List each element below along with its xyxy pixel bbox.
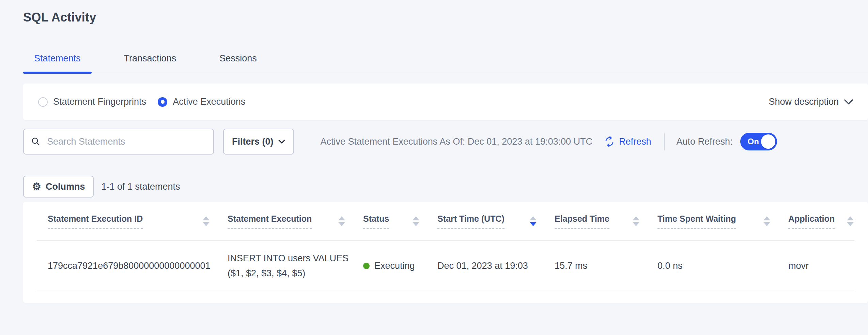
- sort-icon: [413, 216, 419, 226]
- status-label: Executing: [374, 261, 415, 271]
- auto-refresh-label: Auto Refresh:: [677, 136, 733, 147]
- sort-icon: [847, 216, 854, 226]
- status-executing-dot-icon: [363, 263, 370, 269]
- refresh-label: Refresh: [619, 136, 651, 147]
- radio-label: Active Executions: [173, 97, 245, 107]
- refresh-button[interactable]: Refresh: [604, 136, 651, 147]
- cell-elapsed-time: 15.7 ms: [555, 261, 657, 271]
- filters-button[interactable]: Filters (0): [223, 129, 294, 155]
- column-header-time-spent-waiting[interactable]: Time Spent Waiting: [657, 214, 788, 229]
- column-header-start-time[interactable]: Start Time (UTC): [437, 214, 555, 229]
- cell-status: Executing: [363, 261, 437, 271]
- radio-active-executions[interactable]: Active Executions: [158, 97, 245, 107]
- column-header-elapsed-time[interactable]: Elapsed Time: [555, 214, 657, 229]
- statements-table-card: Statement Execution ID Statement Executi…: [23, 202, 868, 303]
- auto-refresh-toggle[interactable]: On: [740, 133, 777, 150]
- filters-label: Filters (0): [232, 136, 274, 147]
- tab-sessions[interactable]: Sessions: [208, 50, 268, 73]
- sort-icon: [763, 216, 770, 226]
- chevron-down-icon: [844, 99, 853, 105]
- search-icon: [31, 136, 41, 147]
- cell-time-spent-waiting: 0.0 ns: [657, 261, 788, 271]
- view-mode-card: Statement Fingerprints Active Executions…: [23, 84, 868, 120]
- chevron-down-icon: [278, 140, 285, 144]
- column-header-status[interactable]: Status: [363, 214, 437, 229]
- sort-icon: [633, 216, 639, 226]
- toolbar-divider: [664, 133, 665, 150]
- as-of-text: Active Statement Executions As Of: Dec 0…: [321, 136, 592, 147]
- sort-icon: [338, 216, 345, 226]
- tab-bar: Statements Transactions Sessions: [23, 50, 868, 73]
- toggle-state-label: On: [748, 137, 759, 146]
- toggle-knob: [761, 134, 775, 149]
- page-title: SQL Activity: [23, 10, 96, 25]
- tab-transactions[interactable]: Transactions: [113, 50, 187, 73]
- sql-activity-page: SQL Activity Statements Transactions Ses…: [0, 0, 868, 335]
- cell-application: movr: [788, 261, 857, 271]
- table-header-row: Statement Execution ID Statement Executi…: [23, 202, 868, 241]
- sort-icon: [203, 216, 210, 226]
- show-description-label: Show description: [769, 97, 839, 107]
- cell-statement: INSERT INTO users VALUES ($1, $2, $3, $4…: [228, 251, 363, 280]
- table-row[interactable]: 179cca7921e679b80000000000000001 INSERT …: [23, 241, 868, 291]
- radio-label: Statement Fingerprints: [53, 97, 146, 107]
- row-divider: [37, 291, 854, 291]
- refresh-icon: [604, 136, 615, 147]
- column-header-application[interactable]: Application: [788, 214, 857, 229]
- columns-label: Columns: [46, 181, 85, 192]
- tab-statements[interactable]: Statements: [23, 50, 92, 73]
- show-description-toggle[interactable]: Show description: [769, 97, 853, 107]
- sort-icon-active-desc: [530, 216, 537, 226]
- cell-execution-id: 179cca7921e679b80000000000000001: [48, 261, 228, 271]
- columns-button[interactable]: ⚙ Columns: [23, 176, 94, 198]
- search-input[interactable]: [46, 136, 206, 147]
- gear-icon: ⚙: [32, 181, 41, 192]
- cell-start-time: Dec 01, 2023 at 19:03: [437, 261, 555, 271]
- column-header-statement-execution[interactable]: Statement Execution: [228, 214, 363, 229]
- radio-statement-fingerprints[interactable]: Statement Fingerprints: [38, 97, 146, 107]
- toolbar: Filters (0) Active Statement Executions …: [23, 129, 868, 155]
- table-controls-row: ⚙ Columns 1-1 of 1 statements: [23, 176, 180, 198]
- column-header-statement-execution-id[interactable]: Statement Execution ID: [48, 214, 228, 229]
- search-box[interactable]: [23, 129, 214, 155]
- result-count: 1-1 of 1 statements: [101, 181, 180, 192]
- radio-selected-icon: [158, 97, 167, 107]
- radio-unselected-icon: [38, 97, 48, 107]
